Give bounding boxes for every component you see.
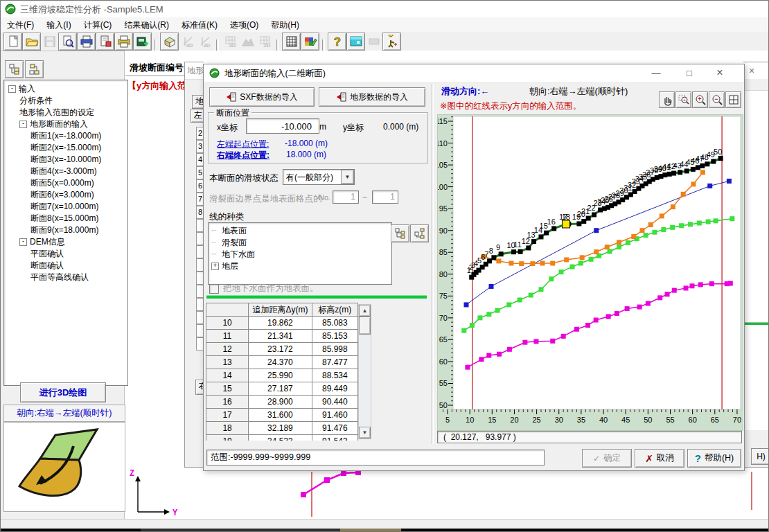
terrain-chart[interactable]: 5055606570758085909510010511011551015202… (437, 114, 743, 431)
tree-item[interactable]: 地形输入范围的设定 (6, 107, 126, 118)
import-sxf-button[interactable]: SXF数据的导入 (209, 87, 315, 107)
zoom-in-icon[interactable]: + (692, 91, 708, 108)
tree-item[interactable]: 断面7(x=10.000m) (6, 201, 126, 213)
expander-icon[interactable]: + (211, 263, 219, 270)
marker-地层线1 (495, 308, 500, 313)
pan-hand-icon[interactable] (659, 91, 675, 108)
tree-item[interactable]: 断面8(x=15.000m) (6, 213, 126, 224)
table-row[interactable]: 1019.86285.083 (206, 317, 358, 330)
toolbar-new-file-icon[interactable] (3, 33, 22, 51)
table-row[interactable]: 1121.34185.153 (206, 330, 358, 343)
toolbar-page-setup-icon[interactable] (96, 33, 114, 51)
expander-icon[interactable]: - (8, 85, 16, 93)
x-coord-input[interactable] (246, 118, 319, 134)
tree-item[interactable]: 平面确认 (6, 248, 126, 260)
line-type-item[interactable]: ┄滑裂面 (211, 237, 389, 249)
help-button[interactable]: ? 帮助(H) (687, 449, 741, 468)
scroll-thumb[interactable] (359, 317, 371, 335)
marker-地层线1 (661, 227, 666, 232)
boundary-from-field[interactable]: 1 (333, 190, 359, 204)
tree-item[interactable]: 分析条件 (6, 95, 126, 107)
tree-item[interactable]: 断面3(x=-10.000m) (6, 154, 126, 166)
menu-item[interactable]: 文件(F) (1, 17, 40, 33)
cancel-button[interactable]: ✗ 取消 (635, 449, 684, 468)
line-down-icon[interactable] (410, 224, 429, 242)
slope-state-dropdown[interactable]: 有(一般部分) ▼ (283, 169, 355, 185)
table-row[interactable]: 1425.99088.534 (206, 369, 358, 382)
import-terrain-button[interactable]: 地形数据的导入 (319, 87, 425, 107)
draw-3d-button[interactable]: 进行3D绘图 (20, 382, 106, 402)
app-window: 三维滑坡稳定性分析 -Sample5.LEM 文件(F)输入(I)计算(C)结果… (0, 0, 769, 532)
boundary-to-field[interactable]: 1 (372, 190, 398, 204)
tree-item[interactable]: 断面1(x=-18.000m) (6, 130, 126, 142)
line-type-item[interactable]: ┄地下水面 (211, 249, 389, 260)
tree-item[interactable]: 断面9(x=18.000m) (6, 224, 126, 236)
groundwater-as-surface-checkbox[interactable] (209, 284, 219, 294)
expander-icon[interactable]: - (19, 121, 27, 128)
table-row[interactable]: 1628.90090.440 (206, 396, 358, 409)
tree-item[interactable]: 断面6(x=3.000m) (6, 189, 126, 201)
table-row[interactable]: 1527.18789.449 (206, 382, 358, 396)
y-coord-label: y坐标 (343, 122, 364, 134)
line-type-item[interactable]: +地层 (211, 260, 389, 272)
toolbar-window-style-icon[interactable] (346, 33, 365, 51)
toolbar-mesh-icon[interactable] (282, 33, 301, 51)
left-start-label: 左端起点位置: (217, 139, 269, 150)
dialog-titlebar[interactable]: 地形断面的输入(二维断面) — □ × (204, 64, 744, 83)
zoom-window-icon[interactable]: + (675, 91, 691, 108)
zoom-out-icon[interactable]: − (709, 91, 725, 108)
tree-item[interactable]: 断面4(x=-3.000m) (6, 166, 126, 177)
marker-滑裂面 (681, 192, 686, 197)
menu-item[interactable]: 输入(I) (40, 17, 77, 33)
tree-item[interactable]: 断面2(x=-15.000m) (6, 142, 126, 154)
tree-item[interactable]: -DEM信息 (6, 236, 126, 248)
tree-item[interactable]: -地形断面的输入 (6, 118, 126, 130)
green-splitter[interactable] (206, 295, 427, 299)
table-scrollbar[interactable]: ▲ ▼ (358, 304, 371, 439)
line-up-icon[interactable] (391, 224, 409, 242)
toolbar-help-icon[interactable]: ? (328, 33, 346, 51)
dialog-close-icon[interactable]: × (708, 64, 732, 81)
scroll-up-icon[interactable]: ▲ (359, 305, 371, 317)
tree-collapse-icon[interactable] (25, 60, 44, 78)
tree-item[interactable]: 断面确认 (6, 260, 126, 272)
toolbar-legend-edit-icon[interactable] (301, 33, 319, 51)
expander-icon[interactable]: - (19, 238, 27, 246)
marker-地层线1 (688, 222, 693, 227)
toolbar-print-setup-icon[interactable] (114, 33, 133, 51)
toolbar-print-icon[interactable] (77, 33, 96, 51)
fit-view-icon[interactable] (725, 91, 741, 108)
dialog-minimize-icon[interactable]: — (644, 64, 668, 81)
toolbar-exit-icon[interactable] (382, 33, 401, 51)
tree-item[interactable]: 断面5(x=0.000m) (6, 177, 126, 189)
ok-button[interactable]: ✓ 确定 (582, 449, 632, 468)
table-row[interactable]: 1324.37087.477 (206, 356, 358, 369)
menu-item[interactable]: 计算(C) (78, 17, 118, 33)
svg-text:65: 65 (711, 416, 719, 424)
marker-地层线1 (549, 276, 554, 281)
menu-item[interactable]: 帮助(H) (265, 17, 306, 33)
table-row[interactable]: 1223.17285.998 (206, 343, 358, 356)
tree-expand-icon[interactable] (5, 60, 24, 78)
background-dialog-close-icon[interactable]: × (743, 65, 754, 76)
background-help-button-fragment[interactable]: H) (751, 448, 769, 465)
menu-item[interactable]: 标准值(K) (175, 17, 224, 33)
tree-item[interactable]: -输入 (6, 83, 126, 95)
table-row[interactable]: 1731.60091.460 (206, 409, 358, 422)
dropdown-arrow-icon[interactable]: ▼ (341, 170, 354, 184)
svg-text:95: 95 (439, 204, 448, 213)
toolbar-view-3d-icon[interactable] (160, 33, 179, 51)
toolbar-export-icon[interactable] (133, 33, 152, 51)
line-type-item[interactable]: ┄地表面 (211, 225, 389, 237)
x-coord-label: x坐标 (217, 122, 238, 134)
tree-item[interactable]: 平面等高线确认 (6, 272, 126, 283)
table-row[interactable]: 1832.18991.476 (206, 422, 358, 435)
toolbar-print-preview-icon[interactable] (58, 33, 77, 51)
menu-item[interactable]: 结果确认(R) (118, 17, 175, 33)
menu-item[interactable]: 选项(O) (224, 17, 265, 33)
scroll-down-icon[interactable]: ▼ (359, 427, 371, 438)
table-row[interactable]: 1934.53391.543 (206, 435, 358, 441)
dialog-maximize-icon[interactable]: □ (678, 64, 701, 81)
marker-地表面 (705, 161, 709, 166)
toolbar-open-file-icon[interactable] (22, 33, 41, 51)
